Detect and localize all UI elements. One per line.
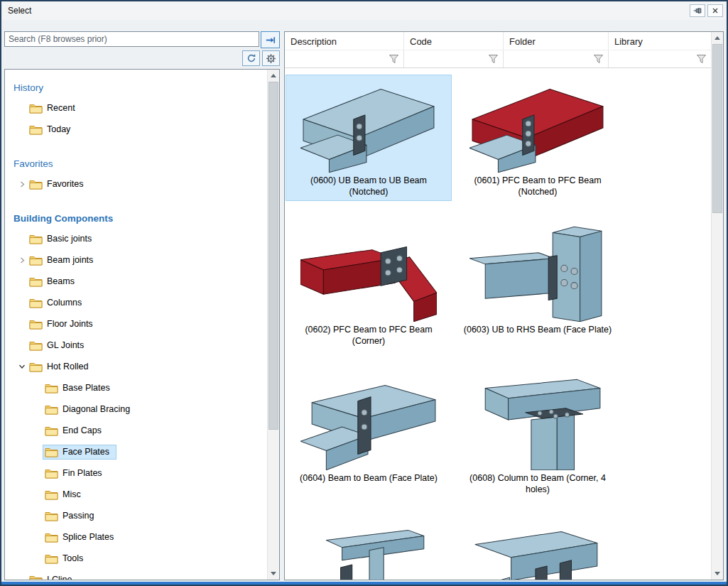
grid-scrollbar[interactable] — [711, 32, 723, 580]
tree-folder-item[interactable]: Passing — [5, 505, 267, 526]
tree-folder-item[interactable]: Recent — [5, 97, 267, 119]
expander-icon[interactable] — [32, 382, 43, 394]
tree-folder-item[interactable]: End Caps — [5, 420, 267, 441]
tree-item-content: Columns — [28, 296, 88, 310]
tree-scrollbar[interactable] — [267, 70, 279, 580]
filter-funnel-button[interactable] — [488, 54, 499, 64]
tree-folder-item[interactable]: Misc — [5, 484, 267, 505]
column-header-folder[interactable]: Folder — [504, 32, 609, 50]
tree-folder-item[interactable]: Floor Joints — [5, 313, 267, 335]
tree-folder-item[interactable]: Basic joints — [5, 228, 267, 249]
tree-item-label: Base Plates — [63, 383, 110, 393]
expander-icon[interactable] — [16, 297, 28, 308]
filter-funnel-button[interactable] — [389, 54, 399, 64]
tree-item-content: Misc — [43, 488, 87, 501]
tree-item-content: Recent — [28, 102, 82, 115]
tree-folder-item[interactable]: Beam joints — [5, 249, 267, 271]
tree-folder-item[interactable]: Columns — [5, 292, 267, 313]
settings-button[interactable] — [262, 50, 280, 66]
window-bottom-edge — [1, 582, 727, 585]
tree-item-label: Misc — [63, 489, 81, 499]
folder-icon — [29, 575, 43, 580]
tree-folder-item[interactable]: Tools — [5, 548, 267, 569]
expander-icon[interactable] — [32, 425, 43, 436]
titlebar[interactable]: Select — [1, 1, 727, 20]
tree-folder-item[interactable]: Base Plates — [5, 377, 267, 398]
tree-folder-item[interactable]: Today — [5, 119, 267, 140]
folder-icon — [29, 340, 43, 351]
scroll-up-arrow-icon[interactable] — [712, 32, 723, 44]
scrollbar-thumb[interactable] — [712, 44, 722, 213]
catalog-item[interactable]: (0601) PFC Beam to PFC Beam (Notched) — [455, 75, 620, 200]
folder-tree: History Recent Today Favorites — [5, 70, 267, 580]
catalog-item[interactable]: (0602) PFC Beam to PFC Beam (Corner) — [286, 224, 451, 349]
expander-icon[interactable] — [32, 553, 43, 564]
expander-icon[interactable] — [16, 361, 28, 372]
filter-funnel-button[interactable] — [593, 54, 604, 64]
expander-icon[interactable] — [32, 489, 43, 500]
catalog-item[interactable]: (0600) UB Beam to UB Beam (Notched) — [286, 75, 451, 200]
expander-icon[interactable] — [32, 467, 43, 479]
catalog-item[interactable] — [286, 522, 451, 580]
expander-icon[interactable] — [16, 254, 28, 266]
search-go-button[interactable] — [261, 31, 280, 48]
expander-icon[interactable] — [32, 531, 43, 543]
tree-item-content: Base Plates — [43, 381, 116, 395]
column-header-description[interactable]: Description — [285, 32, 404, 50]
expander-icon[interactable] — [16, 233, 28, 244]
tree-folder-item[interactable]: Diagonal Bracing — [5, 398, 267, 420]
expander-icon[interactable] — [16, 178, 28, 190]
component-thumbnail — [469, 227, 606, 322]
tree-item-content: Today — [28, 123, 77, 136]
expander-icon[interactable] — [32, 446, 43, 457]
tree-folder-item[interactable]: Hot Rolled — [5, 356, 267, 377]
expander-icon[interactable] — [32, 403, 43, 415]
window-title: Select — [8, 6, 31, 16]
expander-icon[interactable] — [32, 510, 43, 521]
column-header-code[interactable]: Code — [404, 32, 504, 50]
pin-button[interactable] — [690, 4, 705, 17]
close-button[interactable] — [707, 4, 723, 17]
tree-folder-item[interactable]: GL Joints — [5, 335, 267, 356]
scroll-down-arrow-icon[interactable] — [268, 568, 279, 580]
toolbar — [4, 50, 280, 66]
scroll-up-arrow-icon[interactable] — [268, 70, 279, 82]
expander-icon[interactable] — [16, 124, 28, 135]
folder-icon — [45, 553, 58, 564]
search-input[interactable] — [4, 31, 259, 47]
folder-icon — [29, 234, 43, 244]
tree-item-content: Basic joints — [28, 232, 98, 246]
expander-icon[interactable] — [16, 102, 28, 114]
tree-item-label: Passing — [63, 511, 94, 521]
tree-folder-item[interactable]: Beams — [5, 271, 267, 292]
refresh-button[interactable] — [242, 50, 260, 66]
tree-folder-item[interactable]: Splice Plates — [5, 526, 267, 548]
catalog-item[interactable]: (0604) Beam to Beam (Face Plate) — [286, 373, 451, 498]
tree-item-label: Basic joints — [47, 234, 92, 244]
component-thumbnail — [469, 524, 606, 580]
catalog-item[interactable] — [455, 522, 620, 580]
catalog-item[interactable]: (0603) UB to RHS Beam (Face Plate) — [455, 224, 620, 349]
tree-item-label: Face Plates — [63, 447, 109, 457]
column-header-library[interactable]: Library — [609, 32, 711, 50]
folder-icon — [45, 511, 58, 521]
catalog-item[interactable]: (0608) Column to Beam (Corner, 4 holes) — [455, 373, 620, 498]
tree-folder-item[interactable]: Favorites — [5, 173, 267, 195]
expander-icon[interactable] — [16, 574, 28, 580]
tree-item-label: Beam joints — [47, 255, 93, 265]
expander-icon[interactable] — [16, 318, 28, 330]
scroll-down-arrow-icon[interactable] — [712, 568, 723, 580]
tree-folder-item[interactable]: Fin Plates — [5, 462, 267, 484]
catalog-item-label: (0608) Column to Beam (Corner, 4 holes) — [459, 472, 616, 496]
filter-funnel-button[interactable] — [696, 54, 707, 64]
tree-folder-item[interactable]: I Cline — [5, 569, 267, 580]
tree-item-label: Tools — [63, 553, 83, 563]
tree-item-content: Favorites — [28, 178, 89, 191]
folder-icon — [29, 319, 43, 330]
expander-icon[interactable] — [16, 276, 28, 287]
tree-folder-item[interactable]: Face Plates — [5, 441, 267, 462]
scrollbar-thumb[interactable] — [268, 82, 278, 430]
tree-item-content: Hot Rolled — [28, 360, 94, 374]
expander-icon[interactable] — [16, 340, 28, 351]
tree-item-label: I Cline — [47, 575, 72, 580]
